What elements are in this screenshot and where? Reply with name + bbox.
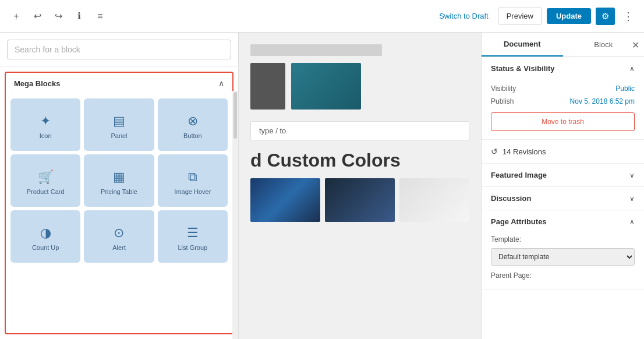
preview-button[interactable]: Preview: [498, 8, 542, 24]
visibility-label: Visibility: [491, 84, 516, 93]
content-img-dark: [250, 63, 285, 110]
image-hover-icon: ⧉: [188, 170, 197, 185]
type-hint-text: type / to: [259, 126, 286, 135]
more-options-button[interactable]: ⋮: [620, 8, 637, 25]
thumb-bird: [399, 178, 469, 222]
button-label: Button: [183, 132, 202, 139]
redo-button[interactable]: ↪: [49, 7, 68, 26]
status-visibility-toggle: ∧: [629, 65, 635, 73]
icon-icon: ✦: [40, 114, 51, 129]
template-select[interactable]: Default template: [491, 248, 635, 266]
scrollbar[interactable]: [232, 91, 238, 339]
collapse-button[interactable]: ∧: [218, 79, 224, 88]
revisions-icon: ↺: [491, 147, 498, 156]
discussion-title: Discussion: [491, 194, 531, 203]
block-item-product-card[interactable]: 🛒 Product Card: [10, 154, 80, 207]
switch-to-draft-button[interactable]: Switch to Draft: [434, 9, 493, 23]
block-item-icon[interactable]: ✦ Icon: [10, 98, 80, 151]
discussion-section: Discussion ∨: [482, 187, 644, 210]
discussion-toggle: ∨: [629, 195, 635, 203]
list-group-icon: ☰: [187, 225, 199, 241]
right-panel: Document Block ✕ Status & Visibility ∧ V…: [481, 33, 644, 339]
pricing-table-icon: ▦: [113, 170, 125, 185]
publish-value[interactable]: Nov 5, 2018 6:52 pm: [570, 97, 635, 105]
image-hover-label: Image Hover: [174, 188, 211, 195]
blocks-grid: ✦ Icon ▤ Panel ⊗ Button 🛒 Product Card ▦…: [6, 94, 232, 267]
move-to-trash-button[interactable]: Move to trash: [491, 112, 635, 131]
type-hint[interactable]: type / to: [250, 121, 469, 140]
panel-icon: ▤: [113, 114, 125, 129]
icon-label: Icon: [40, 132, 52, 139]
template-label: Template:: [491, 235, 635, 243]
mega-blocks-header: Mega Blocks ∧: [6, 73, 232, 94]
block-item-alert[interactable]: ⊙ Alert: [84, 210, 154, 263]
toolbar-right: Switch to Draft Preview Update ⚙ ⋮: [434, 8, 637, 25]
block-item-image-hover[interactable]: ⧉ Image Hover: [158, 154, 228, 207]
page-attributes-section: Page Attributes ∧ Template: Default temp…: [482, 210, 644, 289]
close-panel-button[interactable]: ✕: [632, 39, 639, 50]
count-up-label: Count Up: [32, 244, 59, 251]
button-icon: ⊗: [187, 114, 198, 129]
content-img-teal: [291, 63, 361, 110]
status-visibility-header[interactable]: Status & Visibility ∧: [482, 57, 644, 80]
product-card-icon: 🛒: [38, 170, 54, 185]
alert-label: Alert: [112, 244, 126, 251]
mega-blocks-panel: Mega Blocks ∧ ✦ Icon ▤ Panel ⊗ Button 🛒 …: [5, 72, 233, 334]
block-item-pricing-table[interactable]: ▦ Pricing Table: [84, 154, 154, 207]
page-attributes-title: Page Attributes: [491, 217, 547, 226]
thumb-city: [250, 178, 320, 222]
block-inserter-panel: Mega Blocks ∧ ✦ Icon ▤ Panel ⊗ Button 🛒 …: [0, 33, 239, 339]
panel-label: Panel: [111, 132, 127, 139]
block-item-panel[interactable]: ▤ Panel: [84, 98, 154, 151]
content-top-bar: [250, 44, 382, 56]
count-up-icon: ◑: [40, 225, 51, 241]
featured-image-toggle: ∨: [629, 171, 635, 179]
visibility-value[interactable]: Public: [615, 84, 635, 93]
featured-image-header[interactable]: Featured Image ∨: [482, 164, 644, 186]
panel-tabs: Document Block ✕: [482, 33, 644, 57]
parent-page-label: Parent Page:: [491, 271, 635, 280]
mega-blocks-title: Mega Blocks: [14, 79, 60, 88]
discussion-header[interactable]: Discussion ∨: [482, 187, 644, 210]
page-attributes-header[interactable]: Page Attributes ∧: [482, 210, 644, 233]
scroll-thumb: [233, 92, 237, 139]
content-image-row: [250, 63, 469, 110]
status-visibility-title: Status & Visibility: [491, 64, 555, 73]
undo-button[interactable]: ↩: [28, 7, 47, 26]
toolbar: + ↩ ↪ ℹ ≡ Switch to Draft Preview Update…: [0, 0, 644, 33]
toolbar-left: + ↩ ↪ ℹ ≡: [7, 7, 109, 26]
search-area: [0, 33, 238, 67]
revisions-text: 14 Revisions: [503, 147, 546, 156]
block-item-list-group[interactable]: ☰ List Group: [158, 210, 228, 263]
info-button[interactable]: ℹ: [70, 7, 89, 26]
page-attributes-body: Template: Default template Parent Page:: [482, 233, 644, 289]
pricing-table-label: Pricing Table: [101, 188, 137, 195]
main-layout: Mega Blocks ∧ ✦ Icon ▤ Panel ⊗ Button 🛒 …: [0, 33, 644, 339]
update-button[interactable]: Update: [547, 8, 591, 24]
tab-document[interactable]: Document: [482, 33, 563, 57]
content-thumbs: [250, 178, 469, 222]
page-attributes-toggle: ∧: [629, 218, 635, 226]
visibility-row: Visibility Public: [491, 82, 635, 95]
settings-button[interactable]: ⚙: [596, 8, 615, 25]
menu-button[interactable]: ≡: [91, 7, 109, 26]
status-visibility-section: Status & Visibility ∧ Visibility Public …: [482, 57, 644, 140]
content-area: type / to d Custom Colors: [239, 33, 481, 339]
list-group-label: List Group: [178, 244, 207, 251]
revisions-row[interactable]: ↺ 14 Revisions: [482, 140, 644, 164]
alert-icon: ⊙: [114, 225, 124, 241]
featured-image-title: Featured Image: [491, 171, 547, 179]
publish-label: Publish: [491, 97, 514, 105]
thumb-bridge: [325, 178, 395, 222]
search-input[interactable]: [7, 40, 231, 59]
parent-page-row: Parent Page:: [491, 271, 635, 280]
content-heading: d Custom Colors: [250, 150, 469, 171]
publish-row: Publish Nov 5, 2018 6:52 pm: [491, 95, 635, 108]
block-item-count-up[interactable]: ◑ Count Up: [10, 210, 80, 263]
featured-image-section: Featured Image ∨: [482, 164, 644, 187]
block-item-button[interactable]: ⊗ Button: [158, 98, 228, 151]
content-inner: type / to d Custom Colors: [239, 33, 481, 339]
add-block-button[interactable]: +: [7, 7, 26, 26]
product-card-label: Product Card: [27, 188, 65, 195]
status-visibility-body: Visibility Public Publish Nov 5, 2018 6:…: [482, 80, 644, 139]
